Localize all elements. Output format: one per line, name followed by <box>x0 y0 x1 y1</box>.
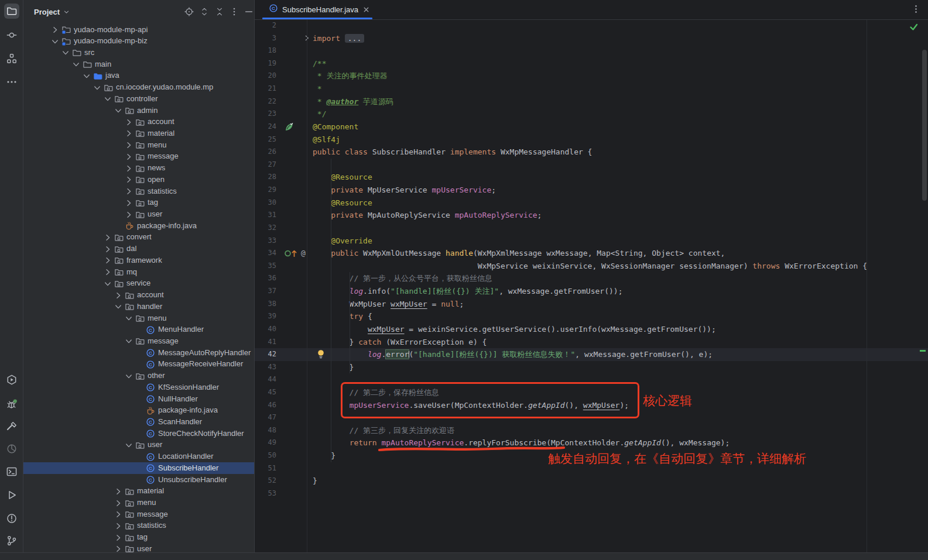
chevron-right-icon[interactable] <box>114 510 123 519</box>
annotation-gutter-icon[interactable]: @ <box>301 247 306 260</box>
code-line-25[interactable]: 25@Slf4j <box>255 133 928 146</box>
code-line-18[interactable]: 18 <box>255 44 928 57</box>
code-text[interactable]: // 第二步，保存粉丝信息 <box>313 386 439 399</box>
tab-subscribehandler[interactable]: C SubscribeHandler.java <box>262 0 376 19</box>
line-number[interactable]: 45 <box>255 386 282 399</box>
code-text[interactable]: // 第三步，回复关注的欢迎语 <box>313 424 454 437</box>
tree-item-locationhandler[interactable]: CLocationHandler <box>23 451 254 463</box>
chevron-down-icon[interactable] <box>124 372 133 381</box>
code-text[interactable]: public WxMpXmlOutMessage handle(WxMpXmlM… <box>313 247 725 260</box>
code-text[interactable]: private MpAutoReplyService mpAutoReplySe… <box>313 209 542 222</box>
code-line-49[interactable]: 49 return mpAutoReplyService.replyForSub… <box>255 437 928 449</box>
code-text[interactable]: wxMpUser = weixinService.getUserService(… <box>313 323 716 336</box>
line-number[interactable]: 32 <box>255 222 282 235</box>
collapse-all-icon[interactable] <box>215 7 224 16</box>
line-number[interactable]: 19 <box>255 57 282 70</box>
tree-item-messagereceivehandler[interactable]: CMessageReceiveHandler <box>23 359 254 370</box>
git-icon[interactable] <box>4 533 19 548</box>
tree-item-package-info-java[interactable]: package-info.java <box>23 220 254 232</box>
more-vertical-icon[interactable] <box>911 4 921 14</box>
code-line-24[interactable]: 24@Component <box>255 121 928 133</box>
tree-item-user[interactable]: user <box>23 209 254 221</box>
code-line-47[interactable]: 47 <box>255 411 928 424</box>
code-line-23[interactable]: 23 */ <box>255 108 928 121</box>
tree-item-menu[interactable]: menu <box>23 312 254 324</box>
code-line-21[interactable]: 21 * <box>255 83 928 95</box>
code-line-41[interactable]: 41 } catch (WxErrorException e) { <box>255 336 928 349</box>
code-text[interactable]: WxMpService weixinService, WxSessionMana… <box>313 260 867 273</box>
chevron-down-icon[interactable] <box>124 314 133 323</box>
code-text[interactable]: * @author 芋道源码 <box>313 95 393 108</box>
line-number[interactable]: 38 <box>255 298 282 311</box>
chevron-down-icon[interactable] <box>103 94 112 104</box>
code-line-20[interactable]: 20 * 关注的事件处理器 <box>255 70 928 83</box>
editor-scrollbar[interactable] <box>922 50 927 201</box>
tree-item-nullhandler[interactable]: CNullHandler <box>23 393 254 405</box>
code-line-28[interactable]: 28 @Resource <box>255 171 928 184</box>
line-number[interactable]: 39 <box>255 310 282 323</box>
code-line-46[interactable]: 46 mpUserService.saveUser(MpContextHolde… <box>255 399 928 412</box>
line-number[interactable]: 28 <box>255 171 282 184</box>
tree-item-java[interactable]: java <box>23 70 254 82</box>
line-number[interactable]: 18 <box>255 44 282 57</box>
code-text[interactable]: log.info("[handle][粉丝({}) 关注]", wxMessag… <box>313 285 622 298</box>
problems-icon[interactable] <box>4 511 19 526</box>
chevron-right-icon[interactable] <box>124 164 133 173</box>
code-line-19[interactable]: 19/** <box>255 57 928 70</box>
chevron-down-icon[interactable] <box>50 37 60 46</box>
chevron-right-icon[interactable] <box>124 187 133 196</box>
chevron-right-icon[interactable] <box>114 533 123 542</box>
chevron-right-icon[interactable] <box>103 267 112 277</box>
code-line-53[interactable]: 53 <box>255 487 928 500</box>
chevron-down-icon[interactable] <box>71 60 81 69</box>
code-text[interactable]: log.error("[handle][粉丝({})] 获取粉丝信息失败！", … <box>313 348 713 361</box>
tree-item-menu[interactable]: menu <box>23 139 254 151</box>
tree-item-message[interactable]: message <box>23 151 254 163</box>
tree-item-account[interactable]: account <box>23 116 254 128</box>
intention-bulb-icon[interactable] <box>317 349 325 359</box>
more-icon[interactable] <box>4 74 19 90</box>
close-icon[interactable] <box>362 6 370 13</box>
code-text[interactable]: private MpUserService mpUserService; <box>313 184 496 197</box>
tree-item-main[interactable]: main <box>23 59 254 70</box>
line-number[interactable]: 50 <box>255 449 282 462</box>
project-icon[interactable] <box>4 4 19 19</box>
profiler-icon[interactable] <box>4 441 19 456</box>
tree-item-dal[interactable]: dal <box>23 243 254 255</box>
code-line-48[interactable]: 48 // 第三步，回复关注的欢迎语 <box>255 424 928 437</box>
line-number[interactable]: 33 <box>255 235 282 248</box>
code-line-26[interactable]: 26public class SubscribeHandler implemen… <box>255 146 928 159</box>
code-line-35[interactable]: 35 WxMpService weixinService, WxSessionM… <box>255 260 928 273</box>
tree-item-scanhandler[interactable]: CScanHandler <box>23 416 254 428</box>
code-line-45[interactable]: 45 // 第二步，保存粉丝信息 <box>255 386 928 399</box>
line-number[interactable]: 2 <box>255 19 282 32</box>
line-number[interactable]: 26 <box>255 146 282 159</box>
tree-item-cn-iocoder-yudao-module-mp[interactable]: cn.iocoder.yudao.module.mp <box>23 82 254 94</box>
code-text[interactable]: * <box>313 83 322 95</box>
line-number[interactable]: 36 <box>255 272 282 285</box>
line-number[interactable]: 37 <box>255 285 282 298</box>
chevron-right-icon[interactable] <box>124 129 133 138</box>
tree-item-src[interactable]: src <box>23 47 254 59</box>
chevron-down-icon[interactable] <box>93 83 102 92</box>
chevron-right-icon[interactable] <box>114 291 123 300</box>
tree-item-kfsessionhandler[interactable]: CKfSessionHandler <box>23 382 254 393</box>
chevron-down-icon[interactable] <box>124 336 133 346</box>
tree-item-message[interactable]: message <box>23 509 254 520</box>
code-text[interactable]: /** <box>313 57 326 70</box>
line-number[interactable]: 20 <box>255 70 282 83</box>
line-number[interactable]: 35 <box>255 260 282 273</box>
code-line-34[interactable]: 34@ public WxMpXmlOutMessage handle(WxMp… <box>255 247 928 260</box>
code-line-39[interactable]: 39 try { <box>255 310 928 323</box>
tree-item-account[interactable]: account <box>23 290 254 301</box>
code-line-52[interactable]: 52} <box>255 475 928 487</box>
line-number[interactable]: 52 <box>255 475 282 487</box>
debug-icon[interactable] <box>4 397 19 412</box>
code-text[interactable]: } <box>313 449 335 462</box>
tree-item-user[interactable]: user <box>23 439 254 451</box>
tree-item-unsubscribehandler[interactable]: CUnsubscribeHandler <box>23 474 254 486</box>
build-icon[interactable] <box>4 419 19 434</box>
code-text[interactable]: // 第一步，从公众号平台，获取粉丝信息 <box>313 272 492 285</box>
chevron-right-icon[interactable] <box>114 499 123 508</box>
line-number[interactable]: 34 <box>255 247 282 260</box>
